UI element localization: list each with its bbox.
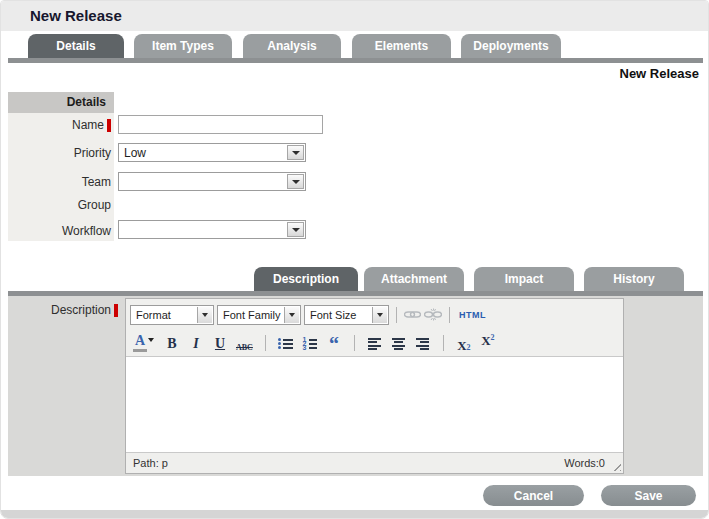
numbered-list-icon bbox=[302, 337, 317, 350]
format-select[interactable]: Format bbox=[130, 305, 214, 325]
name-input[interactable] bbox=[118, 115, 323, 134]
html-source-button[interactable]: HTML bbox=[457, 310, 488, 320]
details-section-header: Details bbox=[8, 92, 114, 113]
priority-select[interactable]: Low bbox=[118, 143, 306, 162]
required-marker bbox=[107, 119, 111, 132]
chevron-down-icon bbox=[148, 338, 154, 342]
align-center-button[interactable] bbox=[391, 334, 407, 352]
bullet-list-button[interactable] bbox=[278, 334, 294, 352]
details-label-column bbox=[8, 92, 114, 241]
tab-history[interactable]: History bbox=[584, 267, 684, 291]
workflow-label-row: Workflow bbox=[8, 223, 114, 239]
strikethrough-button[interactable]: ABC bbox=[236, 334, 253, 352]
chevron-down-icon[interactable] bbox=[197, 307, 212, 323]
workflow-label: Workflow bbox=[62, 224, 111, 238]
team-label-row: Team bbox=[8, 174, 114, 190]
text-color-icon: A bbox=[133, 334, 147, 352]
editor-word-count: Words:0 bbox=[564, 457, 605, 469]
resize-grip-icon[interactable] bbox=[610, 460, 621, 471]
new-release-page: New Release Details Item Types Analysis … bbox=[0, 0, 709, 519]
superscript-button[interactable]: X2 bbox=[480, 334, 496, 352]
rich-text-editor: Format Font Family Font Size HTML bbox=[125, 298, 624, 474]
toolbar-separator bbox=[449, 307, 450, 323]
unlink-icon[interactable] bbox=[424, 306, 442, 324]
font-family-select[interactable]: Font Family bbox=[217, 305, 301, 325]
toolbar-separator bbox=[265, 335, 266, 351]
text-color-button[interactable]: A bbox=[133, 334, 156, 352]
save-button[interactable]: Save bbox=[601, 485, 696, 506]
bold-button[interactable]: B bbox=[164, 334, 180, 352]
chevron-down-icon[interactable] bbox=[287, 145, 304, 160]
toolbar-separator bbox=[354, 335, 355, 351]
required-marker bbox=[114, 304, 118, 317]
subscript-button[interactable]: X2 bbox=[456, 334, 472, 352]
editor-path: Path: p bbox=[133, 457, 168, 469]
workflow-select[interactable] bbox=[118, 220, 306, 239]
align-right-button[interactable] bbox=[415, 334, 431, 352]
tab-elements[interactable]: Elements bbox=[352, 34, 451, 58]
group-label: Group bbox=[78, 198, 111, 212]
chevron-down-icon[interactable] bbox=[287, 174, 304, 189]
chevron-down-icon[interactable] bbox=[287, 222, 304, 237]
form-heading: New Release bbox=[620, 66, 700, 81]
tab-deployments[interactable]: Deployments bbox=[461, 34, 561, 58]
editor-toolbar-row1: Format Font Family Font Size HTML bbox=[126, 299, 623, 330]
editor-content-area[interactable] bbox=[126, 356, 623, 452]
tab-impact[interactable]: Impact bbox=[474, 267, 574, 291]
font-size-select[interactable]: Font Size bbox=[304, 305, 389, 325]
align-left-icon bbox=[368, 338, 381, 350]
editor-status-bar: Path: p Words:0 bbox=[126, 452, 623, 473]
align-right-icon bbox=[416, 338, 429, 350]
group-label-row: Group bbox=[8, 197, 114, 213]
format-select-label: Format bbox=[136, 309, 171, 321]
tab-details[interactable]: Details bbox=[28, 34, 124, 58]
align-left-button[interactable] bbox=[367, 334, 383, 352]
blockquote-button[interactable]: “ bbox=[326, 337, 342, 349]
chevron-down-icon[interactable] bbox=[372, 307, 387, 323]
cancel-button[interactable]: Cancel bbox=[483, 485, 584, 506]
description-label-row: Description bbox=[8, 302, 121, 318]
name-label-row: Name bbox=[8, 117, 114, 133]
description-label: Description bbox=[51, 303, 111, 317]
link-icon[interactable] bbox=[404, 306, 421, 324]
italic-button[interactable]: I bbox=[188, 334, 204, 352]
underline-button[interactable]: U bbox=[212, 334, 228, 352]
page-bottom-edge bbox=[1, 510, 708, 518]
tab-item-types[interactable]: Item Types bbox=[134, 34, 232, 58]
team-label: Team bbox=[82, 175, 111, 189]
name-label: Name bbox=[72, 118, 104, 132]
toolbar-separator bbox=[443, 335, 444, 351]
editor-toolbar-row2: A B I U ABC “ bbox=[126, 330, 623, 356]
align-center-icon bbox=[392, 338, 405, 350]
font-size-select-label: Font Size bbox=[310, 309, 356, 321]
chevron-down-icon[interactable] bbox=[284, 307, 299, 323]
priority-label: Priority bbox=[74, 146, 111, 160]
tab-description[interactable]: Description bbox=[254, 267, 358, 291]
priority-label-row: Priority bbox=[8, 145, 114, 161]
bullet-list-icon bbox=[278, 337, 293, 350]
page-title: New Release bbox=[30, 7, 122, 24]
priority-value: Low bbox=[124, 146, 146, 160]
page-header: New Release bbox=[1, 1, 708, 31]
team-select[interactable] bbox=[118, 172, 306, 191]
tab-attachment[interactable]: Attachment bbox=[364, 267, 464, 291]
font-family-select-label: Font Family bbox=[223, 309, 280, 321]
numbered-list-button[interactable] bbox=[302, 334, 318, 352]
toolbar-separator bbox=[396, 307, 397, 323]
tab-analysis[interactable]: Analysis bbox=[243, 34, 341, 58]
tab-strip bbox=[8, 58, 703, 63]
